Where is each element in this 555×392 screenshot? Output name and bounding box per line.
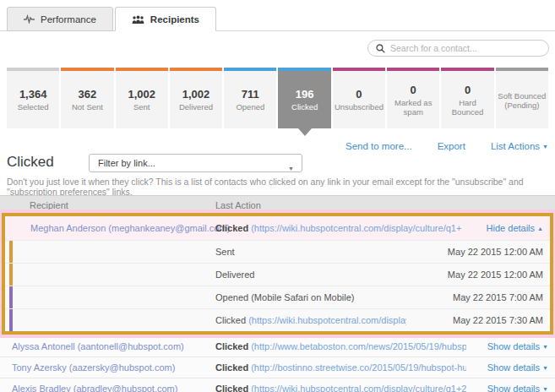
table-row-meghan-anderson[interactable]: Meghan Anderson (meghankeaney@gmail.com)… — [5, 216, 550, 240]
tab-performance[interactable]: Performance — [7, 7, 113, 31]
toggle-label: Show details — [487, 362, 540, 373]
search-icon — [376, 44, 385, 53]
export-link[interactable]: Export — [438, 141, 465, 151]
recipient-rows: Alyssa Antonell (aantonell@hubspot.com) … — [0, 336, 555, 392]
event-row-opened: Opened (Mobile Safari on Mobile) May 22 … — [5, 286, 550, 308]
action-type: Clicked — [215, 384, 248, 392]
action-url-link[interactable]: (http://bostinno.streetwise.co/2015/05/1… — [251, 362, 466, 373]
toggle-label: Hide details — [487, 223, 535, 233]
action-type: Clicked — [215, 341, 248, 351]
caret-down-icon: ▼ — [542, 386, 548, 392]
people-icon — [132, 15, 144, 24]
stat-label: Hard Bounced — [441, 98, 493, 117]
action-type: Clicked — [215, 223, 248, 233]
tab-bar: Performance Recipients — [7, 7, 216, 31]
toggle-label: Show details — [487, 341, 540, 351]
event-timestamp: May 22 2015 7:00 AM — [453, 286, 543, 309]
last-action-cell: Clicked (http://www.betaboston.com/news/… — [215, 336, 466, 357]
event-row-clicked: Clicked (https://wiki.hubspotcentral.com… — [5, 308, 550, 331]
search-input[interactable] — [390, 43, 541, 53]
stat-value: 711 — [242, 88, 259, 101]
caret-down-icon: ▼ — [542, 144, 548, 150]
stat-clicked[interactable]: 196 Clicked — [278, 68, 330, 128]
stat-value: 0 — [465, 84, 471, 96]
stat-delivered[interactable]: 1,002 Delivered — [170, 68, 222, 128]
event-type-bar — [9, 264, 13, 286]
recipient-link[interactable]: Alexis Bradley (abradley@hubspot.com) — [12, 378, 177, 392]
event-row-delivered: Delivered May 22 2015 12:00 AM — [5, 263, 550, 286]
section-title: Clicked — [7, 154, 54, 171]
tab-recipients[interactable]: Recipients — [115, 7, 216, 31]
stat-not-sent[interactable]: 362 Not Sent — [61, 68, 113, 128]
stat-value: 0 — [411, 84, 416, 96]
recipient-link[interactable]: Meghan Anderson (meghankeaney@gmail.com) — [30, 216, 230, 240]
last-action-cell: Clicked (http://bostinno.streetwise.co/2… — [215, 357, 466, 378]
show-details-toggle[interactable]: Show details▼ — [487, 336, 548, 357]
action-url-link[interactable]: (https://wiki.hubspotcentral.com/display… — [251, 223, 461, 233]
stat-unsubscribed[interactable]: 0 Unsubscribed — [333, 68, 385, 128]
table-row-tony-azersky[interactable]: Tony Azersky (aazersky@hubspot.com) Clic… — [0, 357, 555, 378]
stat-label: Marked as spam — [387, 98, 439, 117]
stat-label: Unsubscribed — [333, 102, 385, 112]
event-type: Clicked — [215, 315, 246, 325]
stat-selected[interactable]: 1,364 Selected — [7, 68, 59, 128]
event-label: Clicked (https://wiki.hubspotcentral.com… — [215, 309, 406, 332]
action-url-link[interactable]: (https://wiki.hubspotcentral.com/display… — [251, 384, 466, 392]
event-label: Opened (Mobile Safari on Mobile) — [215, 286, 406, 309]
stat-sent[interactable]: 1,002 Sent — [116, 68, 168, 128]
list-actions-label: List Actions — [491, 141, 540, 151]
event-row-sent: Sent May 22 2015 12:00 AM — [5, 240, 550, 263]
event-type-bar — [9, 286, 13, 308]
section-description: Don't you just love it when they click? … — [7, 177, 548, 197]
caret-up-icon: ▲ — [537, 226, 543, 231]
last-action-cell: Clicked (https://wiki.hubspotcentral.com… — [215, 216, 461, 240]
highlight-annotation: Meghan Anderson (meghankeaney@gmail.com)… — [2, 213, 553, 335]
caret-down-icon: ▼ — [542, 344, 548, 350]
list-action-links: Send to more... Export List Actions▼ — [346, 141, 548, 151]
stat-marked-as-spam[interactable]: 0 Marked as spam — [387, 68, 439, 128]
contact-search — [367, 40, 549, 57]
stat-label: Selected — [16, 102, 51, 112]
stat-value: 1,002 — [128, 88, 155, 101]
recipient-link[interactable]: Alyssa Antonell (aantonell@hubspot.com) — [12, 336, 184, 357]
show-details-toggle[interactable]: Show details▼ — [487, 357, 548, 378]
tab-recipients-label: Recipients — [150, 14, 199, 24]
stat-value: 196 — [296, 88, 314, 101]
stat-hard-bounced[interactable]: 0 Hard Bounced — [441, 68, 493, 128]
event-timestamp: May 22 2015 7:30 AM — [453, 309, 543, 332]
stat-value: 362 — [79, 88, 97, 101]
stat-label: Delivered — [177, 102, 215, 112]
recipient-link[interactable]: Tony Azersky (aazersky@hubspot.com) — [12, 357, 175, 378]
tab-performance-label: Performance — [41, 14, 96, 24]
action-url-link[interactable]: (http://www.betaboston.com/news/2015/05/… — [251, 341, 466, 351]
stat-label: Clicked — [290, 102, 319, 112]
send-to-more-link[interactable]: Send to more... — [346, 141, 412, 151]
list-actions-dropdown[interactable]: List Actions▼ — [491, 141, 548, 151]
pulse-icon — [24, 14, 35, 24]
last-action-cell: Clicked (https://wiki.hubspotcentral.com… — [215, 378, 466, 392]
table-row-alexis-bradley[interactable]: Alexis Bradley (abradley@hubspot.com) Cl… — [0, 378, 555, 392]
stat-label: Opened — [234, 102, 266, 112]
event-label: Delivered — [215, 264, 406, 286]
table-row-alyssa-antonell[interactable]: Alyssa Antonell (aantonell@hubspot.com) … — [0, 336, 555, 357]
event-timestamp: May 22 2015 12:00 AM — [448, 241, 543, 264]
event-type-bar — [9, 241, 13, 263]
action-type: Clicked — [215, 362, 248, 373]
stat-value: 1,002 — [182, 88, 210, 101]
stat-soft-bounced[interactable]: Soft Bounced (Pending) — [496, 68, 548, 128]
toggle-label: Show details — [487, 384, 540, 392]
event-type-bar — [9, 309, 13, 331]
recipient-stats: 1,364 Selected 362 Not Sent 1,002 Sent 1… — [7, 68, 548, 128]
caret-down-icon: ▼ — [288, 161, 294, 177]
filter-by-link-select[interactable]: Filter by link... ▼ — [89, 154, 302, 172]
caret-down-icon: ▼ — [542, 365, 548, 371]
stat-value: 0 — [356, 88, 362, 101]
stat-value: 1,364 — [19, 88, 47, 101]
event-label: Sent — [215, 241, 406, 264]
show-details-toggle[interactable]: Show details▼ — [487, 378, 548, 392]
event-url-link[interactable]: (https://wiki.hubspotcentral.com/display… — [248, 315, 406, 325]
stat-label: Soft Bounced (Pending) — [496, 91, 548, 110]
hide-details-toggle[interactable]: Hide details▲ — [487, 216, 543, 241]
stat-opened[interactable]: 711 Opened — [224, 68, 276, 128]
stat-label: Not Sent — [70, 102, 105, 112]
